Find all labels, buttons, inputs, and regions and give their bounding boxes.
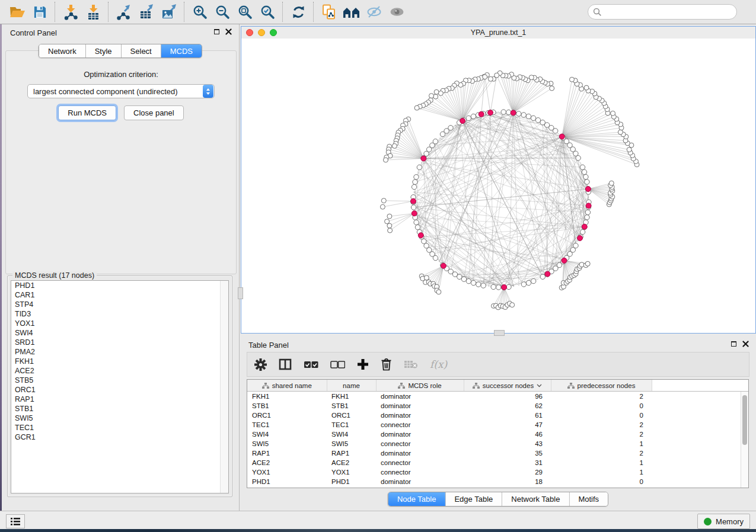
table-cell[interactable]: FKH1: [247, 392, 327, 402]
table-cell[interactable]: 1: [551, 439, 652, 448]
table-row[interactable]: RAP1RAP1dominator352: [247, 448, 748, 458]
table-cell[interactable]: SWI4: [247, 430, 327, 439]
table-cell[interactable]: RAP1: [247, 448, 327, 458]
table-row[interactable]: FKH1FKH1dominator962: [247, 392, 748, 402]
table-row[interactable]: ACE2ACE2connector311: [247, 458, 748, 467]
apply-function-button[interactable]: f(x): [430, 358, 447, 370]
table-row[interactable]: ORC1ORC1dominator610: [247, 411, 748, 420]
table-cell[interactable]: 2: [551, 430, 652, 439]
first-neighbors-button[interactable]: [340, 1, 363, 23]
mcds-hub-node[interactable]: [460, 118, 465, 124]
close-panel-icon[interactable]: [225, 28, 232, 35]
search-field[interactable]: [588, 4, 737, 20]
deselect-all-columns-button[interactable]: [330, 361, 345, 368]
show-all-button[interactable]: [385, 1, 408, 23]
mcds-hub-node[interactable]: [586, 203, 591, 209]
table-cell[interactable]: 96: [464, 392, 551, 402]
mcds-hub-node[interactable]: [582, 224, 587, 229]
table-cell[interactable]: ACE2: [247, 458, 327, 467]
table-cell[interactable]: connector: [376, 420, 464, 430]
export-table-button[interactable]: [135, 1, 158, 23]
table-cell[interactable]: 46: [464, 430, 551, 439]
table-row[interactable]: STB1STB1dominator620: [247, 401, 748, 411]
table-cell[interactable]: STB1: [327, 401, 376, 411]
delete-column-button[interactable]: [381, 358, 392, 371]
table-settings-button[interactable]: [254, 358, 267, 371]
mcds-hub-node[interactable]: [479, 111, 484, 117]
mcds-hub-node[interactable]: [412, 211, 417, 216]
tab-edge-table[interactable]: Edge Table: [445, 492, 502, 506]
table-cell[interactable]: 31: [464, 458, 551, 467]
table-cell[interactable]: RAP1: [327, 448, 376, 458]
table-scrollbar-thumb[interactable]: [742, 395, 747, 445]
table-cell[interactable]: SWI4: [327, 430, 376, 439]
table-cell[interactable]: 2: [551, 420, 652, 430]
mcds-node-item[interactable]: SRD1: [11, 338, 228, 347]
table-cell[interactable]: 1: [551, 458, 652, 467]
table-scrollbar[interactable]: [741, 392, 748, 488]
tab-node-table[interactable]: Node Table: [388, 492, 446, 506]
tab-mcds[interactable]: MCDS: [161, 44, 202, 57]
table-cell[interactable]: dominator: [376, 430, 464, 439]
table-cell[interactable]: connector: [376, 458, 464, 467]
mcds-node-item[interactable]: YOX1: [11, 319, 228, 328]
mcds-hub-node[interactable]: [559, 134, 564, 139]
column-header-mcds-role[interactable]: MCDS role: [376, 380, 464, 392]
table-cell[interactable]: 62: [464, 401, 551, 411]
mcds-hub-node[interactable]: [441, 263, 446, 268]
table-cell[interactable]: dominator: [376, 477, 464, 486]
save-session-button[interactable]: [28, 1, 51, 23]
table-cell[interactable]: ORC1: [327, 411, 376, 420]
table-cell[interactable]: 2: [551, 392, 652, 402]
mcds-node-item[interactable]: ACE2: [11, 366, 228, 376]
table-cell[interactable]: 35: [464, 448, 551, 458]
mcds-node-item[interactable]: TID3: [11, 309, 228, 319]
mcds-node-item[interactable]: SWI4: [11, 328, 228, 338]
table-cell[interactable]: PHD1: [247, 477, 327, 486]
table-cell[interactable]: FKH1: [327, 392, 376, 402]
mcds-node-item[interactable]: SWI5: [11, 414, 228, 423]
mcds-node-item[interactable]: ORC1: [11, 385, 228, 395]
table-cell[interactable]: 43: [464, 439, 551, 448]
table-row[interactable]: SWI4SWI4dominator462: [247, 430, 748, 439]
zoom-selected-button[interactable]: [256, 1, 279, 23]
select-all-columns-button[interactable]: [304, 361, 318, 368]
mcds-hub-node[interactable]: [562, 258, 567, 263]
column-header-shared-name[interactable]: shared name: [247, 380, 327, 392]
mcds-hub-node[interactable]: [502, 284, 507, 290]
mcds-hub-node[interactable]: [488, 110, 493, 116]
mcds-hub-node[interactable]: [411, 198, 416, 204]
search-input[interactable]: [605, 7, 732, 17]
toggle-panes-button[interactable]: [279, 358, 292, 370]
hide-selected-button[interactable]: [363, 1, 385, 23]
table-row[interactable]: SWI5SWI5connector431: [247, 439, 748, 448]
mcds-node-item[interactable]: PHD1: [11, 281, 228, 290]
table-cell[interactable]: ORC1: [247, 411, 327, 420]
table-cell[interactable]: 0: [551, 477, 652, 486]
table-cell[interactable]: PHD1: [327, 477, 376, 486]
table-cell[interactable]: TEC1: [327, 420, 376, 430]
export-image-button[interactable]: [158, 1, 180, 23]
tab-network[interactable]: Network: [39, 44, 86, 57]
delete-table-button[interactable]: [404, 360, 418, 369]
import-network-button[interactable]: [59, 1, 82, 23]
mcds-hub-node[interactable]: [545, 271, 550, 277]
column-header-successor-nodes[interactable]: successor nodes: [464, 380, 551, 392]
mcds-node-item[interactable]: CAR1: [11, 290, 228, 300]
table-cell[interactable]: 0: [551, 401, 652, 411]
show-log-button[interactable]: [6, 514, 25, 528]
mcds-node-item[interactable]: STB5: [11, 376, 228, 385]
table-row[interactable]: TEC1TEC1connector472: [247, 420, 748, 430]
refresh-layout-button[interactable]: [287, 1, 310, 23]
tab-style[interactable]: Style: [86, 44, 122, 57]
export-network-button[interactable]: [113, 1, 135, 23]
table-cell[interactable]: SWI5: [247, 439, 327, 448]
column-header-name[interactable]: name: [327, 380, 376, 392]
open-session-button[interactable]: [6, 1, 28, 23]
run-mcds-button[interactable]: Run MCDS: [58, 105, 116, 120]
horizontal-splitter-grip[interactable]: [494, 330, 505, 336]
table-cell[interactable]: connector: [376, 467, 464, 477]
float-panel-icon[interactable]: [731, 341, 736, 347]
table-cell[interactable]: SWI5: [327, 439, 376, 448]
tab-motifs[interactable]: Motifs: [569, 492, 608, 506]
